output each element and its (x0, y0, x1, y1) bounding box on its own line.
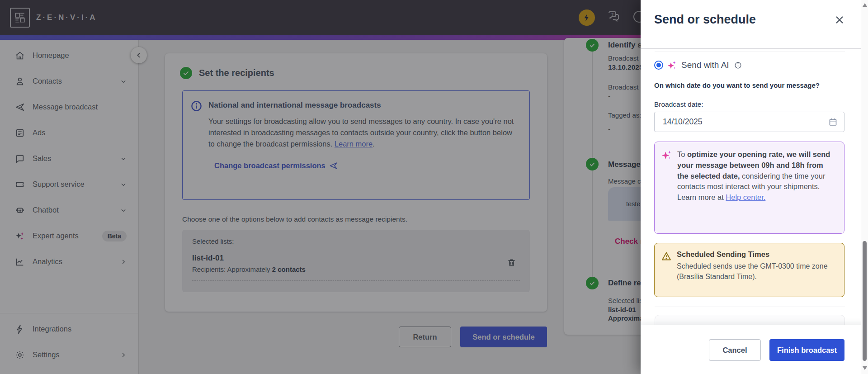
close-icon[interactable] (834, 14, 845, 27)
broadcast-date-input[interactable] (662, 117, 828, 127)
drawer-subdivider (655, 52, 845, 52)
warning-title: Scheduled Sending Times (677, 250, 837, 259)
drawer-footer: Cancel Finish broadcast (641, 325, 868, 374)
ai-sparkles-icon (666, 60, 677, 71)
drawer-lower-divider (655, 307, 845, 307)
warning-icon (661, 251, 672, 291)
ai-sparkles-icon (661, 149, 673, 227)
scroll-down-arrow-icon[interactable] (863, 366, 867, 370)
scheduled-times-warning-box: Scheduled Sending Times Scheduled sends … (654, 243, 844, 297)
radio-selected-icon[interactable] (654, 61, 663, 70)
cancel-button[interactable]: Cancel (709, 339, 761, 361)
ai-text-prefix: To (677, 150, 687, 158)
page-scrollbar[interactable] (861, 0, 868, 374)
send-with-ai-option[interactable]: Send with AI (654, 60, 742, 71)
warning-body: Scheduled sends use the GMT-0300 time zo… (677, 261, 837, 282)
zenvia-app: Z·E·N·V·I·A ? (0, 0, 868, 374)
scroll-up-arrow-icon[interactable] (863, 3, 867, 7)
ai-box-text: To optimize your opening rate, we will s… (677, 149, 836, 227)
broadcast-date-label: Broadcast date: (654, 100, 703, 109)
info-icon[interactable] (734, 62, 742, 69)
send-or-schedule-drawer: Send or schedule Send with AI On which d… (641, 0, 868, 374)
finish-broadcast-button[interactable]: Finish broadcast (769, 339, 844, 361)
help-center-link[interactable]: Help center. (726, 193, 765, 201)
send-with-ai-label: Send with AI (681, 60, 729, 70)
scrollbar-thumb[interactable] (863, 241, 867, 361)
ai-optimize-info-box: To optimize your opening rate, we will s… (654, 142, 844, 234)
warning-content: Scheduled Sending Times Scheduled sends … (677, 250, 837, 291)
drawer-title: Send or schedule (654, 13, 756, 27)
date-question: On which date do you want to send your m… (654, 81, 820, 89)
broadcast-date-field[interactable] (654, 112, 844, 132)
drawer-header-divider (641, 48, 868, 49)
calendar-icon[interactable] (828, 117, 838, 127)
